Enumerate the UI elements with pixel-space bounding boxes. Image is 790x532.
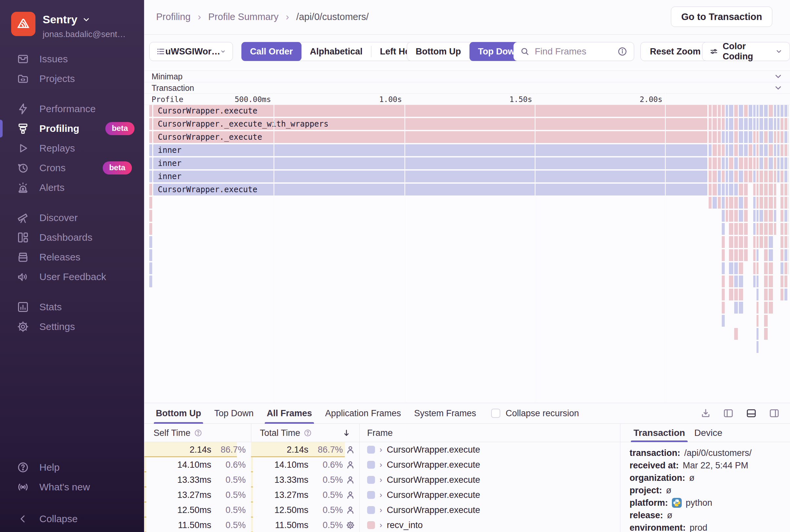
collapse-recursion-checkbox[interactable]: [491, 409, 500, 418]
details-tab-device[interactable]: Device: [690, 424, 727, 442]
flamegraph-edge-frame[interactable]: [149, 184, 152, 195]
sidebar-item-discover[interactable]: Discover: [0, 208, 144, 228]
expand-chevron-icon[interactable]: ›: [380, 475, 382, 484]
export-profile-icon[interactable]: [700, 408, 711, 419]
sort-option-alphabetical[interactable]: Alphabetical: [301, 42, 371, 61]
frame-cell[interactable]: ›CursorWrapper.execute: [359, 442, 620, 457]
breadcrumb-item[interactable]: Profiling: [156, 12, 191, 22]
expand-chevron-icon[interactable]: ›: [380, 445, 382, 454]
expand-chevron-icon[interactable]: ›: [380, 460, 382, 469]
table-row[interactable]: 2.14s86.7%2.14s86.7%›CursorWrapper.execu…: [144, 442, 620, 457]
org-switcher[interactable]: Sentry jonas.badalic@sent…: [11, 12, 125, 39]
frame-header[interactable]: Frame: [367, 424, 393, 442]
go-to-transaction-button[interactable]: Go to Transaction: [671, 6, 772, 27]
flamegraph-frame[interactable]: CursorWrapper._execute: [153, 131, 707, 143]
frame-cell[interactable]: ›recv_into: [359, 517, 620, 532]
sidebar-item-projects[interactable]: Projects: [0, 69, 144, 89]
table-row[interactable]: 13.27ms0.5%13.27ms0.5%›CursorWrapper.exe…: [144, 488, 620, 502]
sidebar-item-settings[interactable]: Settings: [0, 317, 144, 337]
sidebar-item-replays[interactable]: Replays: [0, 138, 144, 158]
sidebar-item-issues[interactable]: Issues: [0, 49, 144, 69]
table-row[interactable]: 11.50ms0.5%11.50ms0.5%›recv_into: [144, 517, 620, 532]
flamegraph-frame[interactable]: inner: [153, 157, 707, 169]
panel-tab-bottom-up[interactable]: Bottom Up: [149, 403, 208, 424]
flamegraph-canvas[interactable]: CursorWrapper.executeCursorWrapper._exec…: [149, 105, 790, 403]
flamegraph-edge-frame[interactable]: [149, 236, 152, 248]
expand-chevron-icon[interactable]: ›: [380, 520, 382, 530]
table-row[interactable]: 14.10ms0.6%14.10ms0.6%›CursorWrapper.exe…: [144, 457, 620, 472]
total-time-value: 14.10ms: [274, 460, 308, 470]
panel-tab-application-frames[interactable]: Application Frames: [319, 403, 408, 424]
flamegraph-frame[interactable]: inner: [153, 144, 707, 156]
layout-left-panel-icon[interactable]: [722, 408, 734, 419]
breadcrumb-item[interactable]: /api/0/customers/: [296, 12, 369, 22]
panel-tab-system-frames[interactable]: System Frames: [408, 403, 483, 424]
sidebar-item-stats[interactable]: Stats: [0, 297, 144, 317]
sort-descending-icon[interactable]: [342, 429, 351, 438]
thread-selector-dropdown[interactable]: uWSGIWor…: [149, 42, 233, 61]
total-time-percent: 86.7%: [308, 445, 343, 455]
flamegraph-edge-frame[interactable]: [149, 197, 152, 209]
color-coding-dropdown[interactable]: Color Coding: [702, 42, 790, 61]
help-circle-icon[interactable]: [194, 429, 203, 437]
flamegraph-edge-frame[interactable]: [149, 210, 152, 222]
self-time-header[interactable]: Self Time: [153, 424, 203, 442]
sidebar-item-user-feedback[interactable]: User Feedback: [0, 267, 144, 287]
total-time-header[interactable]: Total Time: [260, 424, 312, 442]
layout-bottom-panel-icon[interactable]: [746, 408, 757, 419]
sort-option-call-order[interactable]: Call Order: [242, 42, 301, 61]
sidebar-item-releases[interactable]: Releases: [0, 247, 144, 267]
projects-icon: [16, 72, 30, 85]
minimap-section-header[interactable]: Minimap: [144, 71, 790, 82]
flamegraph-edge-frame[interactable]: [149, 131, 152, 143]
panel-tab-all-frames[interactable]: All Frames: [260, 403, 319, 424]
flamegraph-frame[interactable]: CursorWrapper.execute: [153, 105, 707, 117]
self-time-value: 13.33ms: [177, 475, 211, 485]
expand-chevron-icon[interactable]: ›: [380, 490, 382, 499]
flamegraph-edge-frame[interactable]: [149, 118, 152, 130]
table-row[interactable]: 12.50ms0.5%12.50ms0.5%›CursorWrapper.exe…: [144, 502, 620, 517]
expand-chevron-icon[interactable]: ›: [380, 506, 382, 515]
help-circle-icon[interactable]: [303, 429, 312, 437]
sidebar-item-alerts[interactable]: Alerts: [0, 178, 144, 197]
self-time-cell: 11.50ms0.5%: [144, 517, 251, 532]
details-tab-transaction[interactable]: Transaction: [629, 424, 690, 442]
sidebar-item-dashboards[interactable]: Dashboards: [0, 228, 144, 247]
table-row[interactable]: 13.33ms0.5%13.33ms0.5%›CursorWrapper.exe…: [144, 472, 620, 488]
breadcrumb-item[interactable]: Profile Summary: [208, 12, 279, 22]
layout-right-panel-icon[interactable]: [768, 408, 780, 419]
detail-label: environment:: [629, 522, 686, 532]
frame-cell[interactable]: ›CursorWrapper.execute: [359, 457, 620, 472]
frame-cell[interactable]: ›CursorWrapper.execute: [359, 488, 620, 502]
flamegraph-edge-frame[interactable]: [149, 144, 152, 156]
chevron-down-icon[interactable]: [774, 83, 783, 93]
info-icon[interactable]: [617, 46, 627, 56]
sidebar-item-profiling[interactable]: Profilingbeta: [0, 119, 144, 138]
transaction-section-header[interactable]: Transaction: [144, 82, 790, 94]
direction-option-bottom-up[interactable]: Bottom Up: [407, 42, 469, 61]
find-frames-search[interactable]: Find Frames: [513, 42, 634, 61]
flamegraph-edge-frame[interactable]: [149, 105, 152, 117]
sidebar-collapse-button[interactable]: Collapse: [0, 509, 144, 529]
frame-cell[interactable]: ›CursorWrapper.execute: [359, 472, 620, 488]
reset-zoom-button[interactable]: Reset Zoom: [640, 42, 710, 61]
flamegraph-edge-frame[interactable]: [149, 262, 152, 274]
user-email: jonas.badalic@sent…: [43, 29, 125, 39]
sidebar-item-what-s-new[interactable]: What's new: [0, 477, 144, 497]
flamegraph-dense-region[interactable]: [708, 105, 790, 386]
flamegraph-frame[interactable]: CursorWrapper.execute: [153, 184, 707, 195]
flamegraph-edge-frame[interactable]: [149, 157, 152, 169]
flamegraph-edge-frame[interactable]: [149, 249, 152, 261]
sidebar-item-crons[interactable]: Cronsbeta: [0, 158, 144, 178]
flamegraph-edge-frame[interactable]: [149, 171, 152, 182]
sidebar-item-help[interactable]: Help: [0, 458, 144, 477]
flamegraph-edge-frame[interactable]: [149, 223, 152, 235]
chevron-down-icon[interactable]: [774, 72, 783, 81]
total-time-percent: 0.5%: [308, 475, 343, 485]
panel-tab-top-down[interactable]: Top Down: [208, 403, 260, 424]
flamegraph-frame[interactable]: CursorWrapper._execute_with_wrappers: [153, 118, 707, 130]
sidebar-item-performance[interactable]: Performance: [0, 99, 144, 119]
frame-cell[interactable]: ›CursorWrapper.execute: [359, 502, 620, 517]
flamegraph-edge-frame[interactable]: [149, 276, 152, 287]
flamegraph-frame[interactable]: inner: [153, 171, 707, 182]
